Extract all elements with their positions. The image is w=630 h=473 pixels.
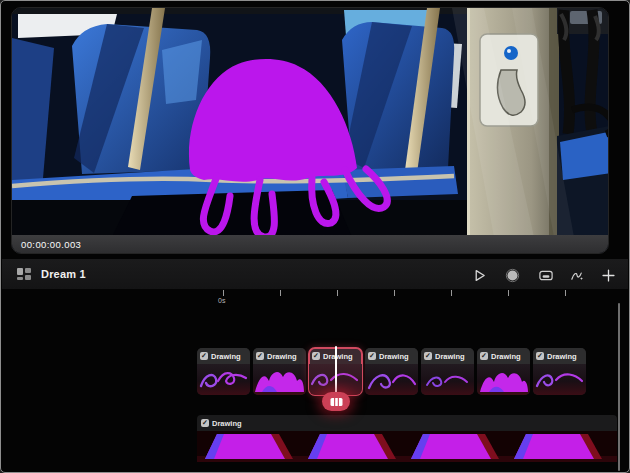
flipbook-badge[interactable] — [322, 392, 350, 411]
ruler-time-label: 0s — [218, 297, 225, 304]
ruler-tick — [451, 290, 452, 296]
project-selector[interactable]: Dream 1 — [17, 268, 86, 280]
stage-icon — [538, 268, 554, 283]
track-visibility-checkbox[interactable]: ✓ — [201, 419, 209, 427]
add-button[interactable] — [599, 266, 617, 284]
ruler-tick — [508, 290, 509, 296]
play-icon — [472, 268, 487, 283]
clip-thumbnail — [253, 364, 306, 395]
draw-button[interactable] — [568, 266, 586, 284]
project-title: Dream 1 — [41, 268, 86, 280]
bus-scene-image — [12, 8, 609, 237]
clip-visibility-checkbox[interactable]: ✓ — [480, 352, 488, 360]
clip-header: ✓ Drawing — [421, 348, 474, 364]
timeline-scrollbar[interactable] — [618, 303, 620, 471]
clip-header: ✓ Drawing — [365, 348, 418, 364]
clip-label: Drawing — [379, 352, 409, 361]
clip-drawing-4[interactable]: ✓ Drawing — [365, 348, 418, 395]
video-preview-card: 00:00:00.003 — [11, 7, 609, 254]
clip-header: ✓ Drawing — [477, 348, 530, 364]
record-icon — [505, 268, 520, 283]
draw-icon — [569, 268, 585, 283]
clip-label: Drawing — [323, 352, 353, 361]
clip-drawing-5[interactable]: ✓ Drawing — [421, 348, 474, 395]
ruler-tick — [565, 290, 566, 296]
ruler-tick — [223, 290, 224, 296]
timeline-ruler[interactable]: 0s — [197, 289, 617, 309]
timecode-bar: 00:00:00.003 — [12, 235, 608, 253]
play-button[interactable] — [470, 266, 488, 284]
clip-label: Drawing — [267, 352, 297, 361]
clip-header: ✓ Drawing — [197, 348, 250, 364]
clip-drawing-2[interactable]: ✓ Drawing — [253, 348, 306, 395]
ruler-tick — [280, 290, 281, 296]
clip-drawing-1[interactable]: ✓ Drawing — [197, 348, 250, 395]
clip-label: Drawing — [211, 352, 241, 361]
playhead[interactable] — [335, 346, 337, 393]
clip-drawing-6[interactable]: ✓ Drawing — [477, 348, 530, 395]
clip-thumbnail — [197, 364, 250, 395]
timeline-header: Dream 1 — [2, 259, 628, 289]
clip-visibility-checkbox[interactable]: ✓ — [256, 352, 264, 360]
clip-label: Drawing — [547, 352, 577, 361]
clip-drawing-7[interactable]: ✓ Drawing — [533, 348, 586, 395]
clip-visibility-checkbox[interactable]: ✓ — [200, 352, 208, 360]
flipbook-icon — [330, 397, 343, 407]
clip-label: Drawing — [491, 352, 521, 361]
bottom-track-content[interactable] — [197, 431, 617, 462]
bottom-track-header[interactable]: ✓ Drawing — [197, 415, 617, 431]
clip-visibility-checkbox[interactable]: ✓ — [368, 352, 376, 360]
canvas-viewport[interactable] — [12, 8, 609, 237]
clip-visibility-checkbox[interactable]: ✓ — [424, 352, 432, 360]
clip-visibility-checkbox[interactable]: ✓ — [536, 352, 544, 360]
clip-visibility-checkbox[interactable]: ✓ — [312, 352, 320, 360]
ruler-tick — [394, 290, 395, 296]
stage-button[interactable] — [537, 266, 555, 284]
record-button[interactable] — [503, 266, 521, 284]
timecode: 00:00:00.003 — [21, 239, 81, 250]
clip-header: ✓ Drawing — [533, 348, 586, 364]
bottom-track-label: Drawing — [212, 419, 242, 428]
clip-header: ✓ Drawing — [253, 348, 306, 364]
bottom-track-frames — [197, 431, 617, 462]
app-window: 00:00:00.003 Dream 1 — [0, 0, 630, 473]
clip-label: Drawing — [435, 352, 465, 361]
clip-thumbnail — [365, 364, 418, 395]
clip-thumbnail — [477, 364, 530, 395]
clip-thumbnail — [421, 364, 474, 395]
add-icon — [601, 268, 616, 283]
library-grid-icon — [17, 268, 31, 280]
ruler-tick — [337, 290, 338, 296]
clip-thumbnail — [533, 364, 586, 395]
